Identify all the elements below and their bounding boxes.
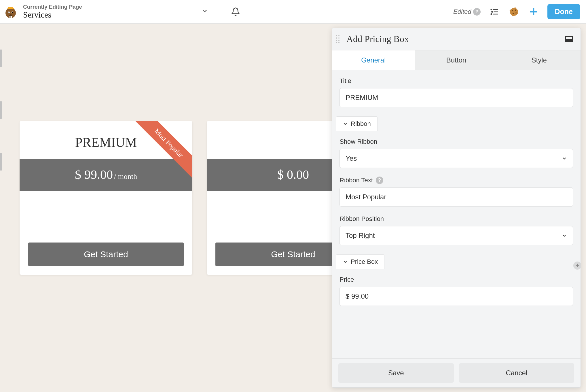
drag-handle-icon[interactable] [336, 35, 341, 43]
svg-point-12 [492, 11, 492, 12]
cookie-icon[interactable] [508, 6, 520, 18]
panel-tabs: General Button Style [332, 50, 581, 70]
ribbon-section-toggle[interactable]: Ribbon [336, 116, 378, 131]
edited-help-icon[interactable]: ? [473, 8, 481, 16]
tab-general[interactable]: General [332, 50, 415, 70]
svg-point-13 [491, 14, 492, 14]
add-content-button[interactable] [528, 6, 539, 18]
page-dropdown-toggle[interactable] [197, 7, 212, 16]
notifications-icon[interactable] [230, 6, 241, 18]
svg-rect-7 [11, 16, 12, 18]
tab-style[interactable]: Style [498, 50, 581, 70]
edge-handle[interactable] [0, 101, 2, 119]
editing-page-label: Currently Editing Page [23, 4, 193, 10]
get-started-button[interactable]: Get Started [28, 243, 184, 266]
svg-point-17 [513, 13, 514, 14]
title-field-label: Title [340, 77, 573, 85]
ribbon-position-select[interactable]: Top Right [340, 226, 573, 245]
svg-point-16 [515, 10, 516, 11]
price-amount: $ 99.00 [75, 168, 113, 182]
add-field-knob[interactable]: + [573, 262, 581, 270]
svg-rect-6 [10, 16, 11, 18]
svg-marker-14 [509, 7, 519, 17]
price-amount: $ 0.00 [277, 168, 309, 182]
svg-point-5 [9, 14, 12, 17]
price-input[interactable] [340, 287, 573, 306]
ribbon-text: Most Popular [130, 121, 192, 181]
chevron-down-icon [562, 233, 567, 238]
left-edge-handles [0, 24, 2, 171]
svg-point-11 [491, 9, 492, 10]
edge-handle[interactable] [0, 153, 2, 171]
chevron-down-icon [562, 156, 567, 161]
ribbon-section-label: Ribbon [351, 120, 371, 128]
svg-point-4 [12, 12, 13, 13]
cancel-button[interactable]: Cancel [459, 363, 574, 383]
app-logo [2, 3, 19, 20]
outline-icon[interactable] [489, 6, 500, 18]
edited-label: Edited [453, 8, 471, 16]
tab-button[interactable]: Button [415, 50, 498, 70]
svg-point-15 [512, 10, 513, 11]
ribbon-text-label: Ribbon Text [340, 177, 373, 184]
show-ribbon-value: Yes [346, 154, 357, 162]
ribbon-text-input[interactable] [340, 188, 573, 207]
show-ribbon-label: Show Ribbon [340, 138, 573, 145]
ribbon: Most Popular [129, 121, 192, 184]
pricing-card-premium[interactable]: Most Popular PREMIUM $ 99.00 / month Get… [20, 121, 192, 275]
editor-canvas: Most Popular PREMIUM $ 99.00 / month Get… [0, 24, 586, 392]
svg-point-18 [515, 12, 517, 14]
page-title: Services [23, 10, 193, 20]
ribbon-position-label: Ribbon Position [340, 215, 573, 223]
ribbon-position-value: Top Right [346, 232, 375, 240]
panel-title: Add Pricing Box [346, 34, 560, 44]
edited-indicator: Edited ? [453, 8, 480, 16]
title-input[interactable] [340, 88, 573, 107]
pricebox-section-toggle[interactable]: Price Box [336, 254, 384, 269]
svg-point-3 [9, 12, 10, 13]
save-button[interactable]: Save [338, 363, 454, 383]
pricebox-section-label: Price Box [351, 258, 378, 266]
edge-handle[interactable] [0, 50, 2, 67]
done-button[interactable]: Done [547, 4, 581, 19]
popout-icon[interactable] [565, 36, 573, 42]
ribbon-text-help-icon[interactable]: ? [376, 177, 383, 184]
price-field-label: Price [340, 276, 573, 283]
show-ribbon-select[interactable]: Yes [340, 149, 573, 168]
card-title: PREMIUM [75, 121, 137, 159]
top-toolbar: Currently Editing Page Services Edited ?… [0, 0, 586, 24]
settings-panel: Add Pricing Box General Button Style Tit… [332, 28, 581, 388]
